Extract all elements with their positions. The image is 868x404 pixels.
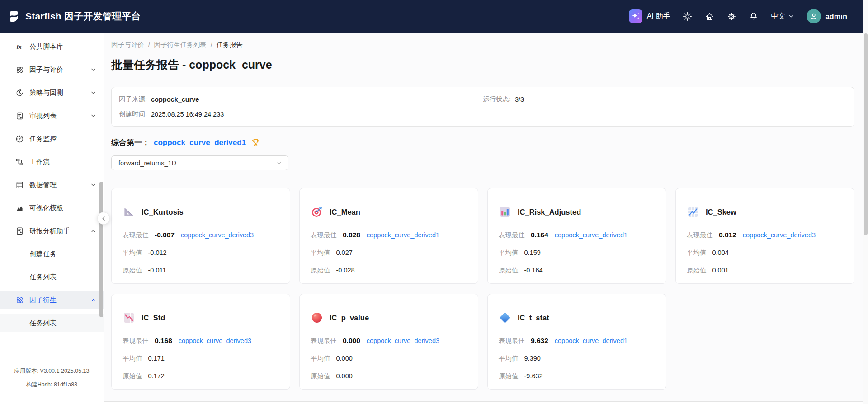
backtest-refresh-icon — [15, 88, 24, 97]
bar-chart-icon — [499, 206, 511, 218]
theme-sun-icon[interactable] — [682, 11, 692, 21]
red-circle-icon — [311, 311, 323, 324]
blue-diamond-icon — [499, 311, 511, 324]
best-value: 0.028 — [343, 231, 360, 239]
orig-label: 原始值 — [499, 372, 519, 381]
sidebar-item-label: 因子衍生 — [29, 296, 57, 305]
sidebar-scrollbar-thumb[interactable] — [99, 182, 103, 317]
breadcrumb-derivation-task-list[interactable]: 因子衍生任务列表 — [154, 41, 207, 49]
page-scrollbar[interactable] — [863, 0, 868, 404]
card-title: IC_Skew — [706, 208, 736, 216]
sidebar-item-factor-derivation[interactable]: 因子衍生 — [0, 291, 104, 309]
created-time-label: 创建时间: — [119, 110, 147, 118]
sidebar-item-data-management[interactable]: 数据管理 — [0, 176, 104, 194]
notification-bell-icon[interactable] — [749, 11, 759, 21]
run-status-value: 3/3 — [515, 96, 524, 103]
report-person-icon — [15, 226, 24, 235]
mean-value: 0.004 — [712, 249, 729, 256]
sidebar-item-label: 公共脚本库 — [29, 42, 63, 51]
mean-label: 平均值 — [123, 354, 142, 363]
sidebar-subitem-task-list[interactable]: 任务列表 — [0, 268, 104, 286]
sidebar-item-label: 策略与回测 — [29, 89, 63, 97]
chevron-up-icon — [90, 297, 96, 303]
orig-label: 原始值 — [123, 266, 142, 275]
sidebar-footer: 应用版本: V3.00.1 2025.05.13 构建Hash: 81df1a8… — [0, 364, 104, 391]
sidebar-item-approval-list[interactable]: 审批列表 — [0, 107, 104, 125]
orig-value: -9.632 — [524, 372, 543, 380]
build-hash: 构建Hash: 81df1a83 — [0, 378, 104, 391]
metric-card-ic-skew: IC_Skew 表现最佳 0.012 coppock_curve_derived… — [675, 188, 854, 284]
orig-value: 0.001 — [712, 267, 729, 274]
derived-factor-link[interactable]: coppock_curve_derived3 — [181, 231, 254, 239]
mean-label: 平均值 — [499, 354, 519, 363]
metric-card-ic-kurtosis: IC_Kurtosis 表现最佳 -0.007 coppock_curve_de… — [111, 188, 290, 284]
derived-factor-link[interactable]: coppock_curve_derived1 — [555, 231, 627, 239]
user-menu[interactable]: admin — [807, 9, 847, 23]
sidebar-item-label: 因子与评价 — [29, 66, 63, 74]
language-selector[interactable]: 中文 — [771, 12, 794, 21]
orig-label: 原始值 — [123, 372, 142, 381]
best-label: 表现最佳 — [499, 231, 525, 240]
sidebar-item-strategy-backtest[interactable]: 策略与回测 — [0, 84, 104, 102]
mean-label: 平均值 — [123, 249, 142, 257]
trophy-icon — [251, 138, 260, 147]
best-value: 0.168 — [155, 337, 172, 345]
factor-source-value: coppock_curve — [151, 96, 199, 103]
page-scrollbar-thumb[interactable] — [864, 33, 868, 235]
derived-factor-link[interactable]: coppock_curve_derived3 — [743, 231, 816, 239]
home-icon[interactable] — [704, 11, 714, 21]
derived-factor-link[interactable]: coppock_curve_derived1 — [367, 231, 439, 239]
derived-factor-link[interactable]: coppock_curve_derived3 — [367, 337, 439, 344]
mean-value: 0.027 — [336, 249, 353, 256]
metric-cards-grid: IC_Kurtosis 表现最佳 -0.007 coppock_curve_de… — [111, 188, 854, 390]
target-dart-icon — [311, 206, 323, 218]
sidebar-subitem-derivation-task-list[interactable]: 任务列表 — [0, 314, 104, 332]
best-overall-link[interactable]: coppock_curve_derived1 — [154, 138, 246, 147]
top-navbar: Starfish 因子开发管理平台 AI 助手 — [0, 0, 868, 33]
best-value: 0.000 — [343, 337, 360, 345]
orig-value: -0.011 — [148, 267, 166, 274]
sidebar-item-factor-evaluation[interactable]: 因子与评价 — [0, 61, 104, 79]
sidebar-collapse-button[interactable] — [97, 212, 110, 225]
sidebar-subitem-create-task[interactable]: 创建任务 — [0, 245, 104, 263]
sidebar-item-workflow[interactable]: 工作流 — [0, 153, 104, 171]
chart-decreasing-icon — [123, 311, 135, 324]
mean-label: 平均值 — [499, 249, 519, 257]
best-overall-label: 综合第一： — [111, 137, 150, 148]
sidebar-item-public-scripts[interactable]: fx 公共脚本库 — [0, 38, 104, 56]
metric-select[interactable]: forward_returns_1D — [111, 155, 288, 170]
card-title: IC_Risk_Adjusted — [518, 208, 581, 216]
sidebar-item-label: 研报分析助手 — [29, 227, 70, 235]
breadcrumb: 因子与评价 / 因子衍生任务列表 / 任务报告 — [111, 41, 854, 49]
sidebar-item-report-assistant[interactable]: 研报分析助手 — [0, 222, 104, 240]
starfish-logo-icon — [8, 10, 20, 23]
atom-icon — [15, 296, 24, 305]
sidebar-item-task-monitor[interactable]: 任务监控 — [0, 130, 104, 148]
chevron-down-icon — [276, 160, 283, 166]
avatar — [807, 9, 821, 23]
card-title: IC_t_stat — [518, 314, 549, 322]
ai-assistant-button[interactable]: AI 助手 — [629, 9, 670, 23]
breadcrumb-factor-evaluation[interactable]: 因子与评价 — [111, 41, 144, 49]
derived-factor-link[interactable]: coppock_curve_derived3 — [179, 337, 251, 344]
atom-icon — [15, 65, 24, 74]
mean-label: 平均值 — [687, 249, 707, 257]
sidebar-item-label: 审批列表 — [29, 112, 57, 120]
sidebar-item-visualization-template[interactable]: 可视化模板 — [0, 199, 104, 217]
settings-gear-icon[interactable] — [726, 11, 736, 21]
chevron-down-icon — [90, 90, 96, 96]
breadcrumb-task-report: 任务报告 — [217, 41, 243, 49]
workflow-icon — [15, 157, 24, 166]
sidebar-item-label: 任务列表 — [29, 319, 57, 328]
orig-label: 原始值 — [311, 372, 330, 381]
main-content: 因子与评价 / 因子衍生任务列表 / 任务报告 批量任务报告 - coppock… — [104, 33, 868, 404]
sidebar-item-label: 创建任务 — [29, 250, 57, 258]
chevron-down-icon — [90, 67, 96, 73]
derived-factor-link[interactable]: coppock_curve_derived1 — [555, 337, 627, 344]
metric-card-ic-std: IC_Std 表现最佳 0.168 coppock_curve_derived3… — [111, 294, 290, 390]
chevron-down-icon — [90, 182, 96, 188]
best-value: 9.632 — [531, 337, 548, 345]
metric-card-ic-mean: IC_Mean 表现最佳 0.028 coppock_curve_derived… — [299, 188, 478, 284]
orig-label: 原始值 — [311, 266, 330, 275]
sidebar-item-label: 数据管理 — [29, 181, 57, 189]
